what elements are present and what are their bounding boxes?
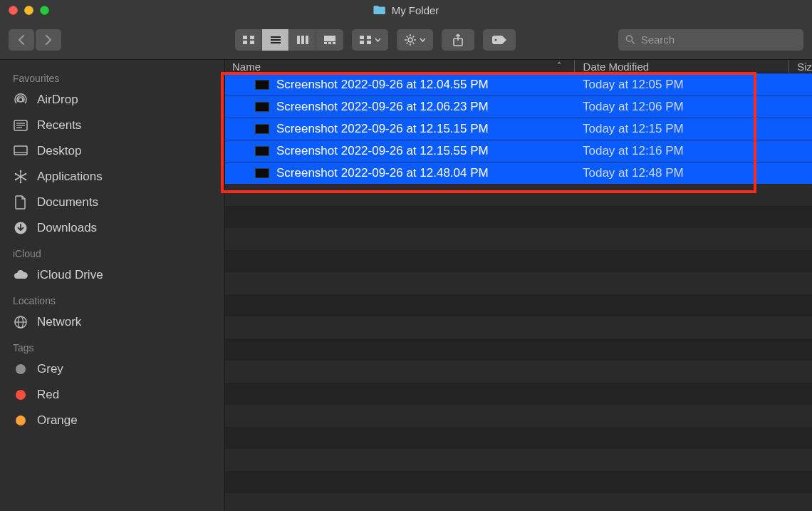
svg-rect-8: [301, 36, 304, 44]
airdrop-icon: [13, 93, 28, 107]
sidebar-item-label: Desktop: [37, 144, 81, 158]
window-title: My Folder: [373, 4, 439, 16]
file-date: Today at 12:15 PM: [574, 122, 788, 136]
nav-buttons: [9, 29, 61, 51]
sidebar-tag-grey[interactable]: Grey: [0, 356, 224, 382]
svg-point-42: [15, 179, 17, 181]
svg-point-18: [408, 38, 412, 42]
file-row[interactable]: Screenshot 2022-09-26 at 12.04.55 PM Tod…: [225, 73, 812, 96]
search-icon: [625, 34, 635, 45]
share-icon: [452, 33, 464, 46]
sidebar-item-network[interactable]: Network: [0, 309, 224, 335]
svg-rect-9: [306, 36, 308, 44]
gallery-icon: [323, 35, 336, 45]
file-date: Today at 12:05 PM: [574, 78, 788, 92]
svg-rect-1: [250, 36, 254, 39]
recents-icon: [13, 120, 28, 131]
view-mode-group: [235, 29, 343, 51]
file-row[interactable]: Screenshot 2022-09-26 at 12.15.15 PM Tod…: [225, 118, 812, 140]
maximize-button[interactable]: [40, 6, 49, 15]
svg-line-26: [413, 36, 415, 37]
search-field[interactable]: [618, 29, 803, 51]
desktop-icon: [13, 145, 28, 157]
grid-stack-icon: [359, 35, 372, 45]
gallery-view-button[interactable]: [316, 29, 343, 51]
file-name: Screenshot 2022-09-26 at 12.06.23 PM: [276, 100, 489, 114]
tag-dot-icon: [13, 390, 28, 400]
back-button[interactable]: [9, 29, 34, 51]
svg-rect-36: [14, 146, 27, 155]
svg-rect-0: [243, 36, 247, 39]
gear-icon: [404, 33, 417, 46]
sidebar-item-recents[interactable]: Recents: [0, 113, 224, 138]
chevron-down-icon: [420, 38, 426, 42]
folder-icon: [373, 5, 386, 15]
column-view-button[interactable]: [289, 29, 316, 51]
sidebar-item-downloads[interactable]: Downloads: [0, 215, 224, 241]
sidebar-item-icloud-drive[interactable]: iCloud Drive: [0, 262, 224, 288]
applications-icon: [13, 170, 28, 184]
network-icon: [13, 315, 28, 329]
column-header-size[interactable]: Siz: [788, 61, 812, 73]
search-input[interactable]: [641, 33, 796, 46]
svg-rect-2: [243, 41, 247, 44]
share-button[interactable]: [442, 29, 474, 51]
sidebar-item-airdrop[interactable]: AirDrop: [0, 87, 224, 113]
downloads-icon: [13, 221, 28, 235]
sidebar-item-label: Applications: [37, 170, 103, 184]
icon-view-button[interactable]: [235, 29, 262, 51]
column-headers: Name ˄ Date Modified Siz: [225, 60, 812, 73]
cloud-icon: [13, 270, 28, 280]
sidebar-item-label: iCloud Drive: [37, 268, 103, 282]
svg-rect-12: [328, 42, 331, 44]
sidebar-item-documents[interactable]: Documents: [0, 190, 224, 215]
columns-icon: [296, 35, 309, 45]
svg-line-30: [632, 41, 635, 44]
finder-window: My Folder: [0, 0, 812, 511]
file-row[interactable]: Screenshot 2022-09-26 at 12.06.23 PM Tod…: [225, 96, 812, 118]
file-thumb-icon: [255, 146, 269, 156]
svg-rect-14: [360, 36, 364, 39]
svg-point-28: [495, 38, 497, 41]
list-view-button[interactable]: [262, 29, 289, 51]
file-row[interactable]: Screenshot 2022-09-26 at 12.48.04 PM Tod…: [225, 162, 812, 184]
column-header-date[interactable]: Date Modified: [575, 61, 788, 73]
file-row[interactable]: Screenshot 2022-09-26 at 12.15.55 PM Tod…: [225, 140, 812, 162]
svg-rect-7: [297, 36, 300, 44]
sidebar-header-favourites: Favourites: [0, 66, 224, 87]
toolbar: [0, 20, 812, 60]
svg-rect-5: [271, 39, 281, 41]
sidebar-item-label: Grey: [37, 362, 63, 376]
column-header-date-label: Date Modified: [583, 61, 650, 73]
forward-button[interactable]: [36, 29, 61, 51]
tag-dot-icon: [13, 415, 28, 425]
minimize-button[interactable]: [24, 6, 33, 15]
chevron-down-icon: [375, 38, 381, 42]
sidebar: Favourites AirDrop Recents Desktop: [0, 60, 225, 511]
traffic-lights: [0, 6, 49, 15]
sidebar-item-label: Documents: [37, 195, 98, 210]
sidebar-tag-orange[interactable]: Orange: [0, 408, 224, 433]
grid-icon: [242, 35, 255, 45]
svg-rect-6: [271, 42, 281, 43]
sidebar-item-desktop[interactable]: Desktop: [0, 138, 224, 164]
group-button[interactable]: [352, 29, 388, 51]
file-date: Today at 12:06 PM: [574, 100, 788, 114]
window-title-text: My Folder: [392, 4, 439, 16]
file-thumb-icon: [255, 168, 269, 178]
close-button[interactable]: [9, 6, 18, 15]
sidebar-header-icloud: iCloud: [0, 241, 224, 262]
file-name: Screenshot 2022-09-26 at 12.15.15 PM: [276, 122, 489, 136]
action-button[interactable]: [397, 29, 433, 51]
svg-rect-11: [324, 42, 327, 44]
sidebar-tag-red[interactable]: Red: [0, 382, 224, 408]
tags-button[interactable]: [483, 29, 516, 51]
file-name: Screenshot 2022-09-26 at 12.48.04 PM: [276, 166, 489, 180]
sidebar-item-applications[interactable]: Applications: [0, 164, 224, 190]
column-header-name[interactable]: Name ˄: [232, 61, 574, 73]
list-icon: [269, 35, 282, 45]
sidebar-header-tags: Tags: [0, 335, 224, 356]
sidebar-item-label: Red: [37, 388, 59, 402]
sidebar-item-label: Downloads: [37, 221, 97, 235]
sidebar-item-label: Network: [37, 315, 81, 329]
